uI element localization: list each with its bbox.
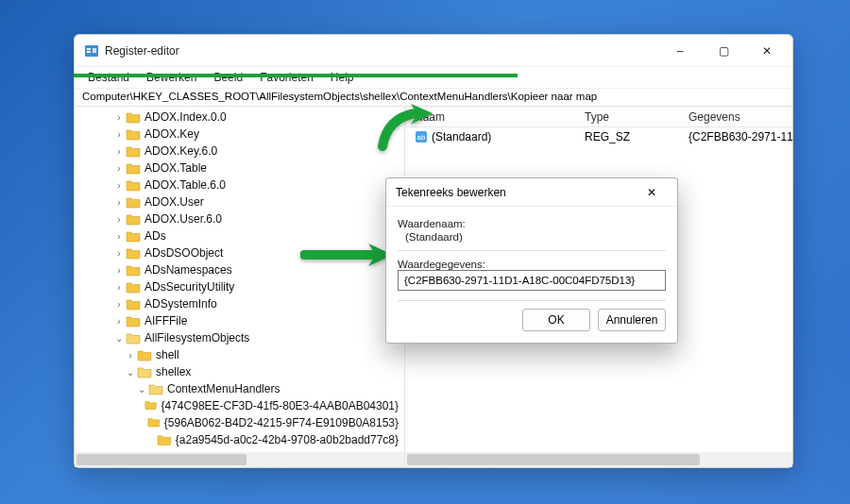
chevron-right-icon[interactable]: › — [112, 197, 126, 208]
tree-item-label: shell — [156, 348, 179, 361]
tree-item[interactable]: {474C98EE-CF3D-41f5-80E3-4AAB0AB04301} — [75, 397, 404, 414]
tree-item[interactable]: {596AB062-B4D2-4215-9F74-E9109B0A8153} — [75, 414, 404, 431]
dialog-close-button[interactable]: ✕ — [636, 182, 668, 203]
tree-item[interactable]: ›ADOX.Index.0.0 — [75, 109, 404, 126]
titlebar[interactable]: Register-editor – ▢ ✕ — [75, 35, 792, 67]
tree-item-label: ADOX.Table — [144, 161, 207, 175]
annotation-highlight — [74, 74, 518, 77]
tree-item[interactable]: ›ADs — [75, 227, 404, 244]
tree-item-label: ADSystemInfo — [144, 297, 217, 311]
folder-icon — [126, 229, 141, 243]
tree-item[interactable]: ⌄ContextMenuHandlers — [75, 380, 404, 397]
close-button[interactable]: ✕ — [745, 37, 789, 65]
folder-icon — [126, 144, 141, 158]
tree-item-label: ADsSecurityUtility — [144, 280, 234, 294]
folder-icon — [126, 161, 141, 175]
folder-icon — [126, 212, 141, 226]
string-value-icon: ab — [415, 130, 428, 143]
svg-rect-2 — [87, 51, 91, 53]
value-data-label: Waardegegevens: — [398, 259, 666, 270]
chevron-down-icon[interactable]: ⌄ — [135, 384, 148, 395]
tree-item-label: {474C98EE-CF3D-41f5-80E3-4AAB0AB04301} — [162, 399, 400, 412]
chevron-right-icon[interactable]: › — [112, 231, 126, 242]
chevron-right-icon[interactable]: › — [112, 248, 126, 259]
tree-item[interactable]: ›shell — [75, 346, 404, 363]
tree-hscrollbar[interactable] — [75, 452, 404, 467]
tree-item[interactable]: ›ADOX.Table — [75, 160, 404, 176]
ok-button[interactable]: OK — [522, 309, 590, 331]
value-data: {C2FBB630-2971-11D1-A1… — [679, 130, 792, 143]
maximize-button[interactable]: ▢ — [702, 37, 745, 65]
tree-pane[interactable]: ›ADOX.Index.0.0›ADOX.Key›ADOX.Key.6.0›AD… — [75, 107, 405, 467]
chevron-right-icon[interactable]: › — [112, 265, 126, 276]
chevron-right-icon[interactable]: › — [112, 214, 126, 225]
tree-item[interactable]: {a2a9545d-a0c2-42b4-9708-a0b2badd77c8} — [75, 431, 404, 448]
chevron-down-icon[interactable]: ⌄ — [124, 367, 137, 378]
tree-item[interactable]: ›ADsSecurityUtility — [75, 278, 404, 295]
svg-rect-3 — [93, 48, 96, 53]
tree-item-label: ADOX.User.6.0 — [144, 212, 222, 226]
minimize-button[interactable]: – — [658, 37, 702, 65]
tree-item-label: AllFilesystemObjects — [144, 331, 249, 344]
menu-edit[interactable]: Bewerken — [139, 69, 204, 86]
address-bar[interactable]: Computer\HKEY_CLASSES_ROOT\AllFilesystem… — [75, 88, 792, 107]
chevron-right-icon[interactable]: › — [124, 350, 137, 361]
folder-icon — [126, 110, 141, 124]
value-name-label: Waardenaam: — [398, 218, 666, 229]
tree-item-label: AIFFFile — [144, 314, 187, 328]
chevron-down-icon[interactable]: ⌄ — [112, 333, 126, 344]
chevron-right-icon[interactable]: › — [112, 146, 126, 157]
folder-icon — [137, 348, 152, 361]
tree-item-label: ADOX.Table.6.0 — [144, 178, 226, 192]
tree-item-label: ADsDSOObject — [144, 246, 223, 260]
tree-item[interactable]: ›ADsNamespaces — [75, 261, 404, 278]
tree-item-label: ADOX.Key — [144, 127, 199, 141]
menu-favorites[interactable]: Favorieten — [252, 69, 321, 86]
chevron-right-icon[interactable]: › — [112, 180, 126, 191]
value-name: (Standaard) — [432, 130, 491, 143]
chevron-right-icon[interactable]: › — [112, 163, 126, 174]
folder-icon — [126, 195, 141, 209]
tree-item[interactable]: ⌄AllFilesystemObjects — [75, 329, 404, 346]
folder-icon — [126, 127, 141, 141]
folder-icon — [126, 280, 141, 294]
col-header-type[interactable]: Type — [575, 110, 679, 124]
folder-icon — [157, 433, 172, 446]
value-data-input[interactable] — [398, 270, 666, 291]
chevron-right-icon[interactable]: › — [112, 316, 126, 327]
folder-icon — [126, 314, 141, 328]
tree-item[interactable]: ›ADOX.Key — [75, 126, 404, 143]
tree-item-label: shellex — [156, 365, 191, 378]
list-header: Naam Type Gegevens — [405, 107, 792, 127]
tree-item[interactable]: ›ADsDSOObject — [75, 244, 404, 261]
chevron-right-icon[interactable]: › — [112, 129, 126, 140]
menu-file[interactable]: Bestand — [80, 69, 137, 86]
folder-icon — [137, 365, 152, 378]
tree-item[interactable]: ⌄shellex — [75, 363, 404, 380]
list-row[interactable]: ab (Standaard) REG_SZ {C2FBB630-2971-11D… — [405, 127, 792, 146]
dialog-titlebar[interactable]: Tekenreeks bewerken ✕ — [386, 178, 677, 207]
tree-item[interactable]: ›ADOX.Table.6.0 — [75, 176, 404, 193]
tree-item[interactable]: ›ADOX.User.6.0 — [75, 210, 404, 227]
menubar: Bestand Bewerken Beeld Favorieten Help — [75, 67, 792, 88]
col-header-name[interactable]: Naam — [405, 110, 575, 124]
folder-icon — [126, 246, 141, 260]
col-header-data[interactable]: Gegevens — [679, 110, 792, 124]
chevron-right-icon[interactable]: › — [112, 299, 126, 310]
svg-rect-1 — [87, 48, 91, 50]
list-hscrollbar[interactable] — [405, 452, 792, 467]
chevron-right-icon[interactable]: › — [112, 112, 126, 123]
tree-item[interactable]: ›ADSystemInfo — [75, 295, 404, 312]
chevron-right-icon[interactable]: › — [112, 282, 126, 293]
tree-item[interactable]: ›AIFFFile — [75, 312, 404, 329]
regedit-icon — [84, 43, 99, 59]
dialog-title-text: Tekenreeks bewerken — [396, 186, 506, 199]
menu-view[interactable]: Beeld — [206, 69, 250, 86]
menu-help[interactable]: Help — [323, 69, 362, 86]
tree-item[interactable]: ›ADOX.User — [75, 193, 404, 210]
folder-icon — [148, 382, 163, 395]
tree-item-label: ContextMenuHandlers — [167, 382, 280, 395]
cancel-button[interactable]: Annuleren — [598, 309, 666, 331]
tree-item[interactable]: ›ADOX.Key.6.0 — [75, 143, 404, 160]
tree-item-label: ADsNamespaces — [144, 263, 232, 277]
